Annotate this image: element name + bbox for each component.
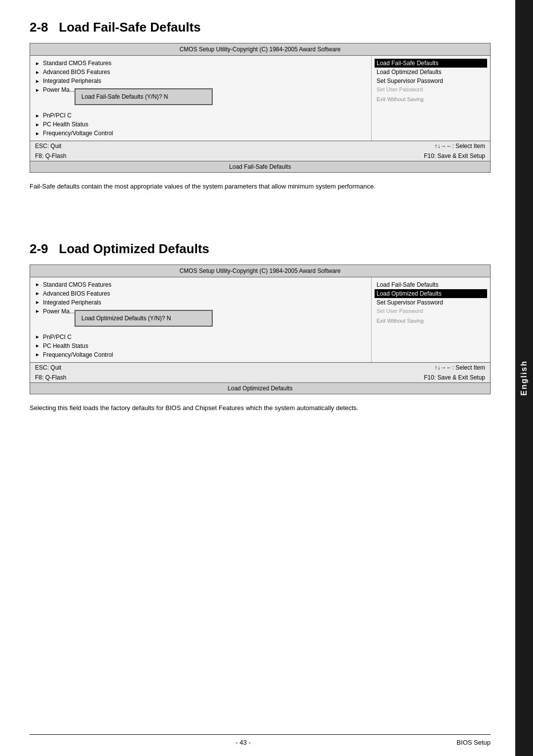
arrow-icon: ► bbox=[35, 291, 40, 296]
bios-right-1: Load Fail-Safe Defaults Load Optimized D… bbox=[372, 56, 490, 141]
right-item: Set Supervisor Password bbox=[377, 298, 485, 307]
bios-header-2: CMOS Setup Utility-Copyright (C) 1984-20… bbox=[30, 265, 490, 277]
section-gap bbox=[30, 202, 491, 241]
bios-box-1: CMOS Setup Utility-Copyright (C) 1984-20… bbox=[30, 43, 491, 173]
bios-status-bar-2: Load Optimized Defaults bbox=[30, 382, 490, 394]
list-item: ► Standard CMOS Features bbox=[35, 280, 366, 289]
page-footer: - 43 - BIOS Setup bbox=[30, 734, 491, 746]
bios-header-1: CMOS Setup Utility-Copyright (C) 1984-20… bbox=[30, 43, 490, 56]
menu-item-label: Integrated Peripherals bbox=[43, 299, 101, 306]
bios-left-2: ► Standard CMOS Features ► Advanced BIOS… bbox=[30, 277, 372, 362]
menu-item-label: Power Ma... bbox=[43, 86, 75, 93]
section-2-8-title: 2-8 Load Fail-Safe Defaults bbox=[30, 20, 491, 35]
arrow-icon: ► bbox=[35, 282, 40, 287]
footer-right-1: ↑↓→←: Select Item bbox=[434, 364, 485, 371]
menu-item-label: Frequency/Voltage Control bbox=[43, 130, 113, 137]
section-2-9: 2-9 Load Optimized Defaults CMOS Setup U… bbox=[30, 241, 491, 414]
section-2-8: 2-8 Load Fail-Safe Defaults CMOS Setup U… bbox=[30, 20, 491, 192]
list-item: ► Power Ma... bbox=[35, 307, 75, 316]
right-item: Load Fail-Safe Defaults bbox=[377, 280, 485, 289]
arrow-icon: ► bbox=[35, 61, 40, 66]
arrow-icon: ► bbox=[35, 131, 40, 136]
bios-footer-rows-1: ESC: Quit ↑↓→←: Select Item F8: Q-Flash … bbox=[30, 141, 490, 161]
right-item: Set User Password bbox=[377, 307, 485, 315]
list-item: ► Frequency/Voltage Control bbox=[35, 350, 366, 359]
bios-body-2: ► Standard CMOS Features ► Advanced BIOS… bbox=[30, 277, 490, 362]
section-2-9-title: 2-9 Load Optimized Defaults bbox=[30, 241, 491, 257]
list-item: ► PC Health Status bbox=[35, 120, 366, 129]
arrow-icon: ► bbox=[35, 343, 40, 348]
bios-dialog-2: Load Optimized Defaults (Y/N)? N bbox=[75, 310, 213, 327]
menu-wrapper-2: ► Standard CMOS Features ► Advanced BIOS… bbox=[35, 280, 366, 359]
list-item: ► PnP/PCI C bbox=[35, 111, 366, 120]
right-item: Exit Without Saving bbox=[377, 95, 485, 103]
arrow-icon: ► bbox=[35, 78, 40, 84]
bios-footer-row: ESC: Quit ↑↓→←: Select Item bbox=[30, 363, 490, 373]
bios-footer-row: F8: Q-Flash F10: Save & Exit Setup bbox=[30, 151, 490, 161]
footer-right-2: F10: Save & Exit Setup bbox=[424, 152, 485, 159]
menu-item-label: Frequency/Voltage Control bbox=[43, 351, 113, 358]
list-item: ► Integrated Peripherals bbox=[35, 298, 366, 307]
dialog-row-wrapper-1: ► Power Ma... Load Fail-Safe Defaults (Y… bbox=[35, 85, 366, 97]
menu-item-label: PC Health Status bbox=[43, 342, 88, 349]
list-item: ► Power Ma... bbox=[35, 85, 75, 94]
sidebar-tab: English bbox=[515, 0, 533, 756]
arrow-icon: ► bbox=[35, 334, 40, 340]
sidebar-label: English bbox=[520, 360, 529, 396]
bios-dialog-1: Load Fail-Safe Defaults (Y/N)? N bbox=[75, 88, 213, 105]
bios-body-1: ► Standard CMOS Features ► Advanced BIOS… bbox=[30, 56, 490, 141]
footer-left-2: F8: Q-Flash bbox=[35, 152, 66, 159]
footer-right-label: BIOS Setup bbox=[457, 739, 491, 746]
right-item: Set User Password bbox=[377, 85, 485, 93]
main-content: 2-8 Load Fail-Safe Defaults CMOS Setup U… bbox=[0, 0, 515, 756]
page-container: 2-8 Load Fail-Safe Defaults CMOS Setup U… bbox=[0, 0, 533, 756]
bios-footer-row: F8: Q-Flash F10: Save & Exit Setup bbox=[30, 373, 490, 382]
menu-wrapper-1: ► Standard CMOS Features ► Advanced BIOS… bbox=[35, 59, 366, 138]
footer-right-2: F10: Save & Exit Setup bbox=[424, 374, 485, 381]
arrow-icon: ► bbox=[35, 70, 40, 75]
footer-left-1: ESC: Quit bbox=[35, 364, 61, 371]
bios-footer-row: ESC: Quit ↑↓→←: Select Item bbox=[30, 141, 490, 151]
arrow-icon: ► bbox=[35, 352, 40, 357]
bios-status-bar-1: Load Fail-Safe Defaults bbox=[30, 161, 490, 172]
footer-left-2: F8: Q-Flash bbox=[35, 374, 66, 381]
section-2-9-description: Selecting this field loads the factory d… bbox=[30, 403, 415, 414]
arrow-icon: ► bbox=[35, 113, 40, 118]
footer-right-1: ↑↓→←: Select Item bbox=[434, 143, 485, 150]
list-item: ► Integrated Peripherals bbox=[35, 76, 366, 85]
list-item: ► Advanced BIOS Features bbox=[35, 68, 366, 76]
menu-item-label: PnP/PCI C bbox=[43, 334, 72, 340]
menu-item-label: Integrated Peripherals bbox=[43, 77, 101, 84]
menu-item-label: Advanced BIOS Features bbox=[43, 69, 110, 76]
section-2-8-description: Fail-Safe defaults contain the most appr… bbox=[30, 182, 415, 192]
list-item: ► PnP/PCI C bbox=[35, 333, 366, 341]
list-item: ► Frequency/Voltage Control bbox=[35, 129, 366, 138]
list-item: ► Advanced BIOS Features bbox=[35, 289, 366, 298]
dialog-row-wrapper-2: ► Power Ma... Load Optimized Defaults (Y… bbox=[35, 307, 366, 319]
arrow-icon: ► bbox=[35, 87, 40, 93]
page-number: - 43 - bbox=[236, 739, 251, 746]
right-item: Set Supervisor Password bbox=[377, 76, 485, 85]
list-item: ► Standard CMOS Features bbox=[35, 59, 366, 68]
menu-item-label: Standard CMOS Features bbox=[43, 281, 112, 288]
right-item: Load Fail-Safe Defaults bbox=[375, 59, 487, 68]
right-item: Load Optimized Defaults bbox=[377, 68, 485, 76]
arrow-icon: ► bbox=[35, 308, 40, 314]
bios-right-2: Load Fail-Safe Defaults Load Optimized D… bbox=[372, 277, 490, 362]
menu-item-label: Standard CMOS Features bbox=[43, 60, 112, 67]
menu-item-label: Power Ma... bbox=[43, 308, 75, 315]
menu-item-label: PnP/PCI C bbox=[43, 112, 72, 119]
right-item: Load Optimized Defaults bbox=[375, 289, 487, 298]
bios-box-2: CMOS Setup Utility-Copyright (C) 1984-20… bbox=[30, 265, 491, 394]
bios-left-1: ► Standard CMOS Features ► Advanced BIOS… bbox=[30, 56, 372, 141]
bios-footer-rows-2: ESC: Quit ↑↓→←: Select Item F8: Q-Flash … bbox=[30, 362, 490, 382]
footer-left-1: ESC: Quit bbox=[35, 143, 61, 150]
menu-item-label: Advanced BIOS Features bbox=[43, 290, 110, 297]
arrow-icon: ► bbox=[35, 300, 40, 305]
menu-item-label: PC Health Status bbox=[43, 121, 88, 128]
arrow-icon: ► bbox=[35, 122, 40, 127]
right-item: Exit Without Saving bbox=[377, 317, 485, 325]
list-item: ► PC Health Status bbox=[35, 341, 366, 350]
